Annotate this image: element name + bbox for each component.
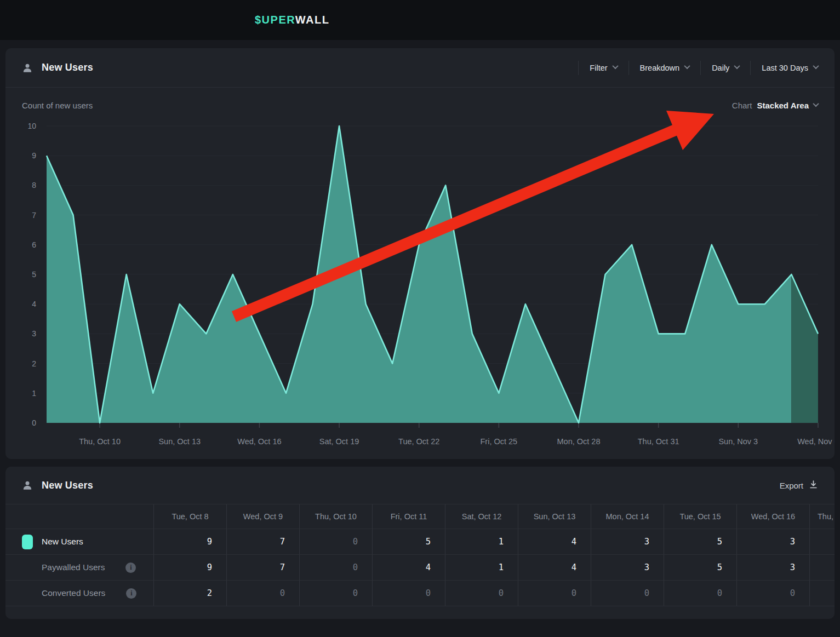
value-cell: 9 [153, 555, 226, 581]
download-icon [809, 480, 818, 491]
y-axis-label: 1 [32, 389, 36, 398]
value-cell [809, 555, 835, 581]
value-cell: 0 [372, 581, 445, 606]
x-axis-label: Wed, Oct 16 [237, 437, 281, 446]
value-cell: 5 [372, 529, 445, 555]
cell-value: 0 [572, 588, 576, 598]
person-icon [22, 62, 33, 73]
cell-value: 0 [790, 588, 795, 598]
cell-value: 1 [499, 563, 504, 572]
granularity-dropdown[interactable]: Daily [701, 64, 750, 72]
export-button[interactable]: Export [780, 480, 818, 491]
column-header: Wed, Oct 16 [736, 504, 809, 529]
area-fill [47, 126, 791, 423]
cell-value: 0 [353, 588, 358, 598]
value-cell: 2 [153, 581, 226, 606]
value-cell: 0 [299, 581, 372, 606]
y-axis-label: 9 [32, 151, 36, 160]
table-header-row: Tue, Oct 8Wed, Oct 9Thu, Oct 10Fri, Oct … [5, 504, 835, 529]
value-cell [809, 581, 835, 606]
logo-accent-text: $UPER [255, 14, 295, 26]
chevron-down-icon [612, 63, 618, 69]
value-cell: 0 [518, 581, 591, 606]
daily-values-table: Tue, Oct 8Wed, Oct 9Thu, Oct 10Fri, Oct … [5, 504, 835, 606]
value-cell: 0 [299, 555, 372, 581]
column-header: Mon, Oct 14 [591, 504, 664, 529]
date-range-dropdown-label: Last 30 Days [762, 64, 808, 72]
filter-dropdown-label: Filter [590, 64, 607, 72]
column-header: Sun, Oct 13 [518, 504, 591, 529]
table-panel-title: New Users [42, 480, 93, 491]
breakdown-dropdown-label: Breakdown [640, 64, 680, 72]
chart-type-value: Stacked Area [757, 101, 809, 110]
red-arrow-head [666, 111, 714, 150]
value-cell: 0 [591, 581, 664, 606]
top-nav-bar: $UPERWALL [0, 0, 840, 40]
y-axis-label: 5 [32, 270, 36, 279]
value-cell: 3 [591, 555, 664, 581]
y-axis-label: 2 [32, 359, 36, 368]
chart-panel-title: New Users [42, 62, 93, 73]
cell-value: 7 [280, 537, 285, 547]
chart-type-label: Chart [732, 101, 752, 110]
person-icon [22, 480, 33, 491]
x-axis-label: Wed, Nov 6 [797, 437, 835, 446]
cell-value: 9 [207, 563, 212, 572]
cell-value: 0 [280, 588, 285, 598]
cell-value: 5 [717, 537, 722, 547]
y-axis-label: 7 [32, 211, 36, 220]
column-header: Thu, Oct 17 [809, 504, 835, 529]
breakdown-dropdown[interactable]: Breakdown [629, 64, 701, 72]
column-header: Sat, Oct 12 [445, 504, 518, 529]
value-cell: 0 [736, 581, 809, 606]
y-axis-label: 3 [32, 329, 36, 338]
value-cell: 3 [736, 529, 809, 555]
cell-value: 3 [644, 563, 649, 572]
x-axis-label: Mon, Oct 28 [557, 437, 601, 446]
filter-dropdown[interactable]: Filter [579, 64, 628, 72]
red-arrow-shaft [234, 129, 678, 317]
cell-value: 3 [790, 537, 795, 547]
value-cell: 3 [736, 555, 809, 581]
cell-value: 5 [717, 563, 722, 572]
value-cell [809, 529, 835, 555]
cell-value: 4 [572, 563, 576, 572]
y-axis-label: 4 [32, 300, 36, 308]
series-color-swatch [22, 535, 33, 549]
new-users-area-chart: 012345678910Thu, Oct 10Sun, Oct 13Wed, O… [5, 48, 835, 459]
column-header: Tue, Oct 15 [664, 504, 736, 529]
logo-text: WALL [295, 14, 330, 26]
cell-value: 0 [717, 588, 722, 598]
x-axis-label: Sun, Oct 13 [158, 437, 201, 446]
x-axis-label: Fri, Oct 25 [481, 437, 518, 446]
cell-value: 0 [644, 588, 649, 598]
chart-type-dropdown[interactable]: Chart Stacked Area [732, 101, 818, 110]
chevron-down-icon [813, 101, 819, 107]
cell-value: 0 [426, 588, 431, 598]
superwall-logo: $UPERWALL [0, 14, 329, 26]
info-icon[interactable]: i [126, 588, 136, 599]
cell-value: 5 [426, 537, 431, 547]
value-cell: 9 [153, 529, 226, 555]
x-axis-label: Sun, Nov 3 [718, 437, 758, 446]
cell-value: 0 [353, 563, 358, 572]
row-label: Paywalled Users [42, 563, 105, 572]
value-cell: 4 [518, 555, 591, 581]
cell-value: 4 [572, 537, 576, 547]
y-axis-label: 8 [32, 181, 36, 190]
row-label: New Users [42, 537, 83, 547]
cell-value: 7 [280, 563, 285, 572]
table-row: Paywalled Usersi970414353 [5, 555, 835, 581]
x-axis-label: Thu, Oct 10 [79, 437, 121, 446]
table-row: New Users970514353 [5, 529, 835, 555]
y-axis-label: 10 [27, 122, 36, 130]
value-cell: 0 [445, 581, 518, 606]
column-header: Tue, Oct 8 [153, 504, 226, 529]
info-icon[interactable]: i [125, 563, 136, 573]
value-cell: 5 [664, 555, 736, 581]
cell-value: 3 [790, 563, 795, 572]
date-range-dropdown[interactable]: Last 30 Days [751, 64, 818, 72]
column-header: Wed, Oct 9 [226, 504, 299, 529]
cell-value: 0 [499, 588, 504, 598]
value-cell: 0 [664, 581, 736, 606]
